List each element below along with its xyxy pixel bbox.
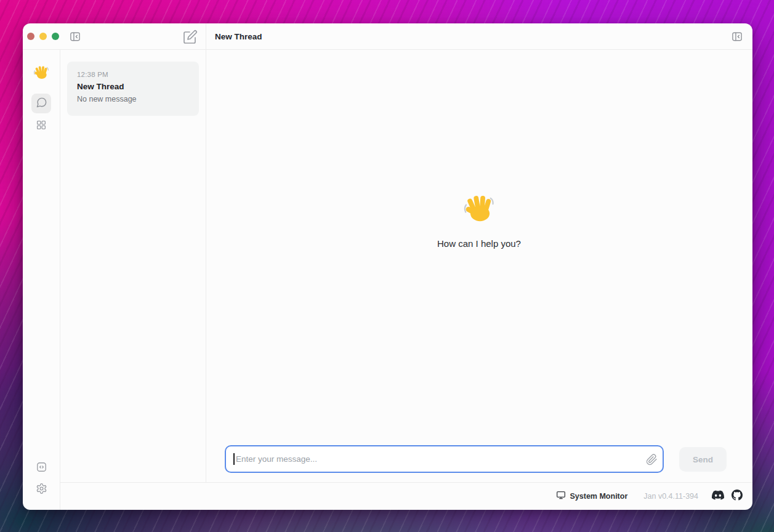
grid-icon <box>36 119 47 133</box>
monitor-icon <box>556 490 566 502</box>
header-divider <box>23 49 752 50</box>
page-title: New Thread <box>215 23 262 49</box>
message-input[interactable] <box>225 445 664 473</box>
chat-bubble-icon <box>36 97 47 111</box>
compose-icon <box>183 30 198 44</box>
attachment-button[interactable] <box>646 454 659 465</box>
rail-item-settings[interactable] <box>35 483 47 496</box>
rail-item-home[interactable] <box>33 64 50 81</box>
new-thread-button[interactable] <box>182 29 198 45</box>
app-version: Jan v0.4.11-394 <box>643 492 698 501</box>
close-window-button[interactable] <box>27 33 34 40</box>
system-monitor-label: System Monitor <box>570 492 628 501</box>
window-controls <box>27 33 59 40</box>
discord-link[interactable] <box>712 489 724 504</box>
rail-item-api-server[interactable] <box>35 462 47 474</box>
send-button[interactable]: Send <box>679 447 727 472</box>
thread-subtitle: No new message <box>77 95 189 103</box>
text-caret <box>233 453 235 465</box>
github-icon <box>732 490 743 503</box>
jan-app-window: New Thread <box>23 23 752 510</box>
status-bar: System Monitor Jan v0.4.11-394 <box>60 482 752 510</box>
discord-icon <box>712 489 724 504</box>
paperclip-icon <box>646 457 658 467</box>
wave-hand-icon <box>33 73 50 83</box>
thread-list-item[interactable]: 12:38 PM New Thread No new message <box>67 62 199 116</box>
empty-thread-greeting: How can I help you? <box>206 23 752 419</box>
github-link[interactable] <box>732 490 743 503</box>
screen: New Thread <box>0 0 774 532</box>
rail-item-assistants[interactable] <box>35 120 47 132</box>
left-panel-toggle-button[interactable] <box>69 30 81 42</box>
waving-hand-emoji <box>462 191 496 228</box>
right-panel-toggle-button[interactable] <box>731 30 743 42</box>
system-monitor-button[interactable]: System Monitor <box>556 490 628 502</box>
panel-left-icon <box>69 30 81 42</box>
zoom-window-button[interactable] <box>52 33 59 40</box>
rail-divider <box>60 49 60 510</box>
minimize-window-button[interactable] <box>39 33 47 40</box>
greeting-text: How can I help you? <box>437 238 521 249</box>
rail-item-threads[interactable] <box>31 94 51 113</box>
thread-time: 12:38 PM <box>77 71 189 78</box>
thread-title: New Thread <box>77 82 189 91</box>
thread-panel-divider <box>206 23 206 482</box>
gear-icon <box>36 483 47 497</box>
code-brackets-icon <box>36 461 47 475</box>
panel-left-icon <box>731 30 743 42</box>
